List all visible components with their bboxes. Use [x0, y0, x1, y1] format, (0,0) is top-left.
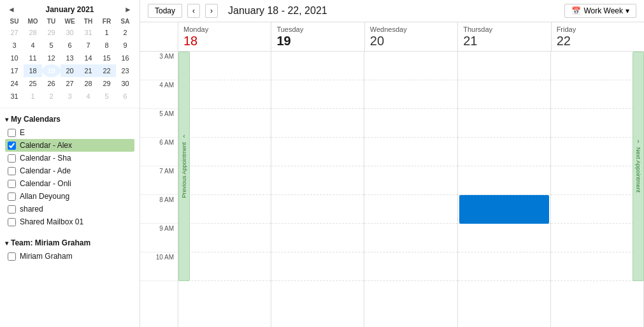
my-calendar-item[interactable]: Shared Mailbox 01 — [5, 215, 134, 228]
day-cell[interactable] — [271, 166, 364, 195]
mini-cal-day[interactable]: 9 — [116, 39, 134, 52]
mini-cal-day[interactable]: 28 — [79, 77, 97, 90]
day-cell[interactable] — [551, 195, 643, 224]
prev-appointment-button[interactable]: ‹ Previous Appointment — [178, 52, 190, 281]
mini-cal-day[interactable]: 11 — [24, 52, 42, 64]
day-cell[interactable] — [178, 80, 271, 109]
calendar-checkbox[interactable] — [8, 180, 16, 188]
day-cell[interactable] — [271, 138, 364, 166]
time-scroll[interactable]: 3 AM4 AM5 AM6 AM7 AM8 AM9 AM10 AM ‹ Prev… — [140, 52, 644, 327]
day-cell[interactable] — [364, 166, 457, 195]
day-cell[interactable] — [271, 52, 364, 80]
day-cell[interactable] — [458, 52, 550, 80]
mini-cal-day[interactable]: 3 — [5, 39, 24, 52]
mini-cal-day[interactable]: 26 — [42, 77, 61, 90]
day-cell[interactable] — [271, 109, 364, 138]
calendar-checkbox[interactable] — [8, 205, 16, 214]
calendar-checkbox[interactable] — [8, 193, 16, 201]
day-cell[interactable] — [364, 80, 457, 109]
view-selector[interactable]: 📅 Work Week ▾ — [564, 4, 636, 18]
day-cell[interactable] — [364, 52, 457, 80]
day-cell[interactable] — [178, 252, 271, 281]
day-cell[interactable] — [271, 80, 364, 109]
mini-cal-day[interactable]: 24 — [5, 77, 24, 90]
mini-cal-day[interactable]: 4 — [79, 90, 97, 103]
mini-cal-day[interactable]: 7 — [79, 39, 97, 52]
day-cell[interactable] — [364, 195, 457, 224]
mini-cal-prev-button[interactable]: ◄ — [5, 5, 18, 14]
day-cell[interactable] — [178, 138, 271, 166]
mini-cal-day[interactable]: 19 — [42, 64, 61, 77]
day-cell[interactable] — [551, 80, 643, 109]
day-cell[interactable] — [271, 195, 364, 224]
my-calendar-item[interactable]: Calendar - Ade — [5, 164, 134, 177]
calendar-checkbox[interactable] — [8, 142, 16, 150]
day-cell[interactable] — [551, 224, 643, 252]
mini-cal-day[interactable]: 31 — [79, 26, 97, 39]
mini-cal-day[interactable]: 2 — [116, 26, 134, 39]
mini-cal-day[interactable]: 17 — [5, 64, 24, 77]
my-calendar-item[interactable]: Calendar - Sha — [5, 152, 134, 164]
next-nav-button[interactable]: › — [205, 4, 218, 18]
prev-nav-button[interactable]: ‹ — [187, 4, 200, 18]
day-cell[interactable] — [551, 166, 643, 195]
day-cell[interactable] — [458, 252, 550, 281]
mini-cal-day[interactable]: 31 — [5, 90, 24, 103]
mini-cal-day[interactable]: 4 — [24, 39, 42, 52]
calendar-checkbox[interactable] — [8, 129, 16, 137]
mini-cal-day[interactable]: 6 — [116, 90, 134, 103]
day-cell[interactable] — [178, 224, 271, 252]
mini-cal-day[interactable]: 21 — [79, 64, 97, 77]
mini-cal-day[interactable]: 5 — [97, 90, 116, 103]
calendar-checkbox[interactable] — [8, 252, 16, 261]
mini-cal-day[interactable]: 14 — [79, 52, 97, 64]
mini-cal-day[interactable]: 15 — [97, 52, 116, 64]
day-cell[interactable] — [458, 166, 550, 195]
calendar-checkbox[interactable] — [8, 154, 16, 163]
mini-cal-day[interactable]: 18 — [24, 64, 42, 77]
day-cell[interactable] — [551, 138, 643, 166]
my-calendars-header[interactable]: ▾ My Calendars — [5, 112, 134, 126]
team-calendar-item[interactable]: Miriam Graham — [5, 250, 134, 263]
mini-cal-day[interactable]: 13 — [61, 52, 79, 64]
my-calendar-item[interactable]: Calendar - Alex — [5, 139, 134, 152]
day-cell[interactable] — [178, 195, 271, 224]
mini-cal-day[interactable]: 12 — [42, 52, 61, 64]
today-button[interactable]: Today — [148, 4, 182, 18]
mini-cal-day[interactable]: 28 — [24, 26, 42, 39]
day-cell[interactable] — [551, 109, 643, 138]
mini-cal-day[interactable]: 1 — [24, 90, 42, 103]
day-cell[interactable] — [458, 80, 550, 109]
my-calendar-item[interactable]: E — [5, 126, 134, 139]
mini-cal-day[interactable]: 2 — [42, 90, 61, 103]
event-block[interactable] — [459, 195, 549, 224]
next-appointment-button[interactable]: › Next Appointment — [633, 52, 644, 281]
mini-cal-day[interactable]: 29 — [42, 26, 61, 39]
day-cell[interactable] — [271, 252, 364, 281]
my-calendar-item[interactable]: Allan Deyoung — [5, 190, 134, 203]
day-cell[interactable] — [551, 52, 643, 80]
mini-cal-day[interactable]: 29 — [97, 77, 116, 90]
calendar-checkbox[interactable] — [8, 218, 16, 226]
day-cell[interactable] — [551, 252, 643, 281]
mini-cal-day[interactable]: 10 — [5, 52, 24, 64]
mini-cal-day[interactable]: 8 — [97, 39, 116, 52]
mini-cal-next-button[interactable]: ► — [122, 5, 134, 14]
mini-cal-day[interactable]: 25 — [24, 77, 42, 90]
mini-cal-day[interactable]: 1 — [97, 26, 116, 39]
mini-cal-day[interactable]: 3 — [61, 90, 79, 103]
team-calendars-header[interactable]: ▾ Team: Miriam Graham — [5, 236, 134, 250]
calendar-checkbox[interactable] — [8, 167, 16, 175]
day-cell[interactable] — [364, 109, 457, 138]
day-cell[interactable] — [271, 224, 364, 252]
day-cell[interactable] — [178, 109, 271, 138]
mini-cal-day[interactable]: 6 — [61, 39, 79, 52]
mini-cal-day[interactable]: 27 — [5, 26, 24, 39]
day-cell[interactable] — [178, 166, 271, 195]
day-cell[interactable] — [364, 138, 457, 166]
mini-cal-day[interactable]: 23 — [116, 64, 134, 77]
day-cell[interactable] — [458, 224, 550, 252]
day-cell[interactable] — [458, 138, 550, 166]
my-calendar-item[interactable]: Calendar - Onli — [5, 177, 134, 190]
mini-cal-day[interactable]: 16 — [116, 52, 134, 64]
